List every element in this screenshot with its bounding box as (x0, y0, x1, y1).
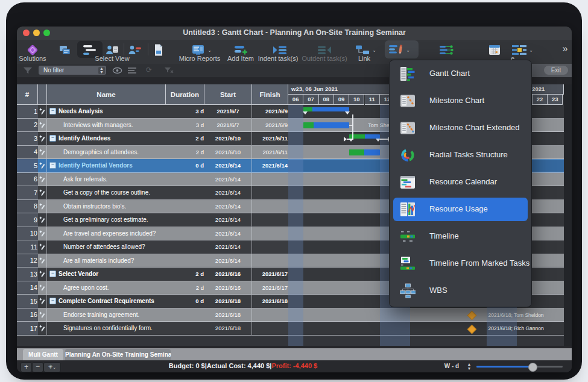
eye-icon[interactable] (112, 67, 122, 74)
cell-start-date[interactable]: 2021/6/14 (204, 186, 252, 200)
cell-start-date[interactable]: 2021/6/14 (204, 227, 252, 241)
cell-row-number[interactable]: 7 (17, 186, 40, 200)
cell-task-name[interactable]: −Select Vendor (47, 268, 166, 281)
task-bar[interactable] (303, 122, 349, 128)
cell-task-name[interactable]: Signatures on confidentially form. (47, 322, 180, 336)
row-options-button[interactable]: ✳⌄ (43, 362, 61, 372)
cell-finish-date[interactable]: 2021/6/18 (252, 295, 290, 308)
collapse-task-icon[interactable]: − (49, 135, 56, 142)
refresh-icon[interactable]: ⟳ (146, 66, 152, 74)
cell-duration[interactable]: 0 d (166, 295, 208, 308)
exit-button[interactable]: Exit (544, 66, 568, 75)
cell-finish-date[interactable] (252, 173, 290, 187)
cell-row-icon[interactable] (38, 295, 47, 308)
menu-item-wbs[interactable]: WBS (390, 277, 531, 304)
cell-row-icon[interactable] (38, 146, 47, 160)
cell-task-name[interactable]: Agree upon cost. (47, 281, 180, 295)
tab-multi-gantt[interactable]: Muli Gantt (23, 349, 63, 360)
zoom-slider-thumb[interactable] (528, 363, 537, 372)
cell-start-date[interactable]: 2021/6/10 (204, 132, 252, 146)
cell-task-name[interactable]: Interviews with managers. (47, 119, 180, 133)
cell-row-number[interactable]: 10 (17, 227, 40, 241)
menu-item-radial-tasks-structure[interactable]: Radial Tasks Structure (390, 142, 531, 169)
cell-row-icon[interactable] (38, 254, 47, 268)
cell-row-number[interactable]: 4 (17, 146, 40, 160)
cell-duration[interactable] (166, 308, 208, 322)
cell-finish-date[interactable] (252, 322, 290, 336)
cell-task-name[interactable]: Ask for referrals. (47, 173, 180, 187)
cell-row-number[interactable]: 9 (17, 213, 40, 227)
cell-task-name[interactable]: Are all materials included? (47, 254, 180, 268)
cell-row-icon[interactable] (38, 268, 47, 281)
collapse-task-icon[interactable]: − (49, 298, 56, 304)
cell-row-icon[interactable] (38, 240, 47, 254)
cell-finish-date[interactable] (252, 240, 290, 254)
add-row-button[interactable]: + (21, 362, 32, 372)
cell-start-date[interactable]: 2021/6/14 (204, 173, 252, 187)
menu-item-milestone-chart[interactable]: Milestone Chart (390, 87, 531, 114)
cell-finish-date[interactable] (252, 186, 290, 200)
cell-start-date[interactable]: 2021/6/16 (204, 281, 252, 295)
summary-bar[interactable] (303, 107, 349, 111)
cell-row-number[interactable]: 13 (17, 268, 40, 281)
cell-start-date[interactable]: 2021/6/14 (204, 200, 252, 214)
cell-finish-date[interactable] (252, 200, 290, 214)
collapse-task-icon[interactable]: − (49, 108, 56, 114)
cell-duration[interactable]: 0 d (166, 159, 208, 173)
filter-select[interactable]: No filter ▲▼ (39, 66, 106, 75)
cell-task-name[interactable]: −Identify Potential Vendors (47, 159, 166, 173)
cell-row-number[interactable]: 1 (17, 105, 40, 119)
cell-duration[interactable]: 3 d (166, 119, 208, 133)
menu-item-gantt-chart[interactable]: Gantt Chart (390, 60, 531, 87)
cell-task-name[interactable]: −Needs Analysis (47, 105, 166, 119)
cell-task-name[interactable]: −Identify Attendees (47, 132, 166, 146)
cell-row-number[interactable]: 12 (17, 254, 40, 268)
cell-task-name[interactable]: −Complete Contract Requirements (47, 295, 166, 308)
cell-duration[interactable] (166, 213, 208, 227)
cell-start-date[interactable]: 2021/6/18 (204, 308, 252, 322)
task-bar[interactable] (349, 149, 380, 155)
cell-task-name[interactable]: Get a preliminary cost estimate. (47, 213, 180, 227)
cell-row-number[interactable]: 11 (17, 240, 40, 254)
cell-duration[interactable] (166, 200, 208, 214)
clear-filter-icon[interactable] (164, 67, 174, 74)
cell-row-icon[interactable] (38, 200, 47, 214)
cell-task-name[interactable]: Obtain instructors bio's. (47, 200, 180, 214)
cell-row-number[interactable]: 8 (17, 200, 40, 214)
cell-duration[interactable] (166, 254, 208, 268)
cell-duration[interactable]: 2 d (166, 146, 208, 160)
menu-item-milestone-chart-extended[interactable]: Milestone Chart Extended (390, 114, 531, 142)
cell-row-icon[interactable] (38, 227, 47, 241)
cell-row-icon[interactable] (38, 213, 47, 227)
toolbar-network-button[interactable] (437, 42, 455, 58)
list-lines-icon[interactable] (127, 67, 137, 74)
cell-start-date[interactable]: 2021/6/14 (204, 159, 252, 173)
cell-task-name[interactable]: Endorse training agreement. (47, 308, 180, 322)
cell-start-date[interactable]: 2021/6/14 (204, 240, 252, 254)
cell-row-icon[interactable] (38, 322, 47, 336)
cell-start-date[interactable]: 2021/6/16 (204, 268, 252, 281)
cell-finish-date[interactable]: 2021/6/9 (252, 119, 290, 133)
cell-start-date[interactable]: 2021/6/18 (204, 295, 252, 308)
cell-task-name[interactable]: Number of attendees allowed? (47, 240, 180, 254)
collapse-task-icon[interactable]: − (49, 162, 56, 169)
cell-start-date[interactable]: 2021/6/10 (204, 146, 252, 160)
cell-row-icon[interactable] (38, 159, 47, 173)
menu-item-resource-calendar[interactable]: Resource Calendar (390, 169, 531, 196)
cell-task-name[interactable]: Are travel and expenses included? (47, 227, 180, 241)
cell-row-icon[interactable] (38, 186, 47, 200)
cell-finish-date[interactable]: 2021/6/14 (252, 159, 290, 173)
cell-row-icon[interactable] (38, 105, 47, 119)
filter-funnel-icon[interactable] (23, 66, 33, 75)
cell-finish-date[interactable]: 2021/6/11 (252, 132, 290, 146)
cell-start-date[interactable]: 2021/6/14 (204, 254, 252, 268)
cell-duration[interactable]: 2 d (166, 268, 208, 281)
cell-start-date[interactable]: 2021/6/14 (204, 213, 252, 227)
menu-item-timeline[interactable]: Timeline (390, 223, 531, 250)
cell-finish-date[interactable]: 2021/6/17 (252, 268, 290, 281)
cell-row-number[interactable]: 17 (17, 322, 40, 336)
cell-duration[interactable] (166, 240, 208, 254)
cell-row-number[interactable]: 6 (17, 173, 40, 187)
cell-duration[interactable] (166, 186, 208, 200)
cell-finish-date[interactable] (252, 213, 290, 227)
